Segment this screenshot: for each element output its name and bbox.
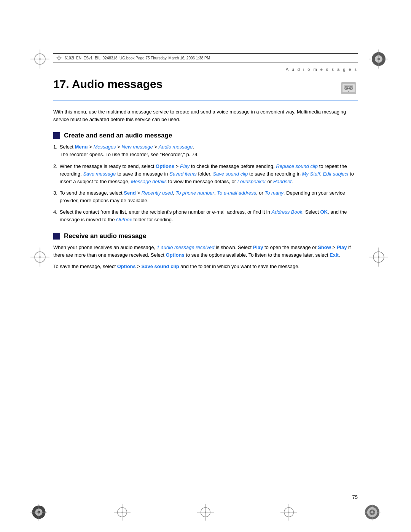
- step-1-content: Select Menu > Messages > New message > A…: [60, 143, 358, 158]
- section2-heading: Receive an audio message: [53, 232, 358, 240]
- reg-mark-mr: [369, 248, 388, 267]
- svg-point-0: [35, 54, 45, 64]
- svg-point-10: [39, 256, 41, 258]
- steps-list: 1. Select Menu > Messages > New message …: [53, 143, 358, 224]
- s2p1-play-link: Play: [253, 244, 263, 250]
- reg-mark-br: [364, 504, 381, 521]
- step-3-content: To send the message, select Send > Recen…: [60, 189, 358, 204]
- step-4: 4. Select the contact from the list, ent…: [53, 208, 358, 224]
- running-head: A u d i o m e s s a g e s: [53, 67, 358, 72]
- section1-heading: Create and send an audio message: [53, 132, 358, 139]
- step-1-num: 1.: [53, 143, 57, 158]
- s2p2-options-link: Options: [117, 264, 136, 269]
- bottom-marks-row: [30, 504, 381, 532]
- step2-options-link: Options: [156, 163, 174, 169]
- chapter-title: 17. Audio messages: [53, 78, 162, 91]
- reg-mark-bl: [30, 504, 47, 521]
- step2-play-link: Play: [180, 163, 190, 169]
- section2-para1: When your phone receives an audio messag…: [53, 244, 358, 259]
- crosshair-icon: [56, 55, 62, 61]
- s2p1-exit-link: Exit: [330, 252, 339, 258]
- step4-outbox-link: Outbox: [116, 217, 132, 222]
- step3-tomany-link: To many: [264, 190, 283, 196]
- s2p1-options-link: Options: [166, 252, 185, 258]
- step-2-num: 2.: [53, 163, 57, 185]
- reg-mark-tr: [369, 50, 388, 69]
- step3-recentlyused-link: Recently used: [142, 190, 173, 196]
- section2-title: Receive an audio message: [64, 232, 146, 240]
- chapter-title-row: 17. Audio messages AUDIO MSG: [53, 78, 358, 101]
- chapter-icon: AUDIO MSG: [339, 79, 358, 97]
- reg-mark-ml: [30, 248, 49, 267]
- step2-handset-link: Handset: [273, 179, 292, 184]
- step1-audiomessage-link: Audio message: [159, 144, 193, 150]
- step-3: 3. To send the message, select Send > Re…: [53, 189, 358, 204]
- svg-point-5: [375, 55, 382, 63]
- s2p2-savesoundclip-link: Save sound clip: [142, 264, 179, 269]
- step2-editsubject-link: Edit subject: [323, 171, 348, 177]
- step3-send-link: Send: [124, 190, 136, 196]
- s2p1-play2-link: Play: [337, 244, 347, 250]
- step4-addressbook-link: Address Book: [272, 209, 303, 215]
- step2-replacesoundclip-link: Replace sound clip: [276, 163, 318, 169]
- section1-square-icon: [53, 132, 60, 139]
- step3-tophonenumber-link: To phone number: [175, 190, 214, 196]
- step2-saveditems-link: Saved items: [169, 171, 197, 177]
- step-1: 1. Select Menu > Messages > New message …: [53, 143, 358, 158]
- svg-point-14: [378, 256, 379, 258]
- reg-mark-bm1: [114, 504, 131, 521]
- svg-point-1: [39, 58, 41, 60]
- step1-newmessage-link: New message: [121, 144, 153, 150]
- step-4-num: 4.: [53, 208, 57, 224]
- step2-savesoundclip-link: Save sound clip: [213, 171, 248, 177]
- intro-paragraph: With this menu, use the multimedia messa…: [53, 108, 358, 123]
- svg-text:AUDIO MSG: AUDIO MSG: [345, 86, 354, 88]
- step-3-num: 3.: [53, 189, 57, 204]
- step-4-content: Select the contact from the list, enter …: [60, 208, 358, 224]
- svg-rect-27: [348, 91, 349, 92]
- step-2-content: When the message is ready to send, selec…: [60, 163, 358, 185]
- reg-mark-tl: [30, 50, 49, 69]
- page-number: 75: [53, 494, 358, 504]
- step2-mystuff-link: My Stuff: [302, 171, 320, 177]
- section2-para2: To save the message, select Options > Sa…: [53, 263, 358, 270]
- main-content: 17. Audio messages AUDIO MSG With this m…: [53, 72, 358, 487]
- reg-mark-bm3: [280, 504, 297, 521]
- step2-loudspeaker-link: Loudspeaker: [237, 179, 266, 184]
- svg-point-13: [373, 252, 384, 262]
- section2-square-icon: [53, 233, 60, 240]
- header-bar: 6102i_EN_ESv1_BIL_9248318_UG.book Page 7…: [53, 53, 358, 62]
- step2-savemessage-link: Save message: [83, 171, 116, 177]
- svg-point-4: [372, 52, 386, 66]
- step2-messagedetails-link: Message details: [131, 179, 167, 184]
- page: 6102i_EN_ESv1_BIL_9248318_UG.book Page 7…: [0, 0, 411, 532]
- step3-toemailaddress-link: To e-mail address: [217, 190, 256, 196]
- svg-point-6: [378, 58, 380, 60]
- s2p1-audiomsgrcvd-link: 1 audio message received: [157, 244, 215, 250]
- svg-point-9: [35, 252, 45, 262]
- header-file-info: 6102i_EN_ESv1_BIL_9248318_UG.book Page 7…: [65, 56, 210, 60]
- step1-menu-link: Menu: [75, 144, 88, 150]
- section1-title: Create and send an audio message: [64, 132, 172, 139]
- step-2: 2. When the message is ready to send, se…: [53, 163, 358, 185]
- reg-mark-bm2: [197, 504, 214, 521]
- step4-ok-link: OK: [320, 209, 328, 215]
- step1-messages-link: Messages: [93, 144, 116, 150]
- s2p1-show-link: Show: [318, 244, 331, 250]
